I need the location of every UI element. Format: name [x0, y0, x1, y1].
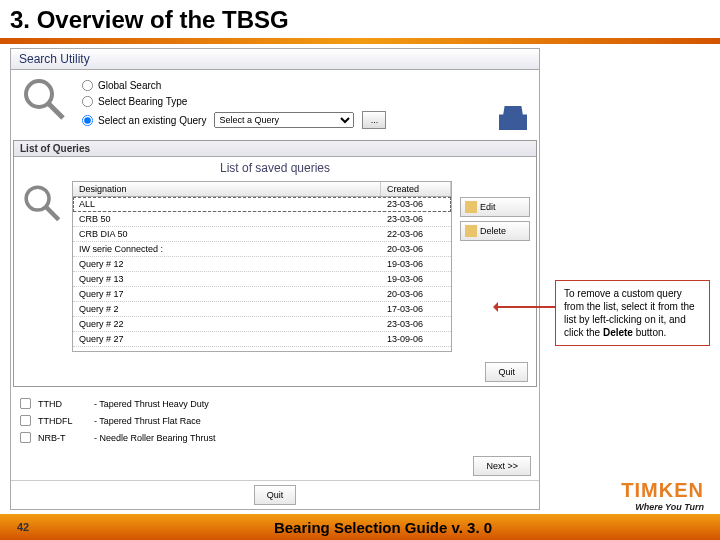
callout-arrow: [494, 306, 556, 308]
queries-caption: List of saved queries: [14, 157, 536, 179]
queries-table: Designation Created ALL23-03-06 CRB 5023…: [72, 181, 452, 352]
svg-line-1: [49, 104, 63, 118]
type-row[interactable]: TTHDFL- Tapered Thrust Flat Race: [19, 414, 531, 427]
table-row[interactable]: Query # 217-03-06: [73, 302, 451, 317]
radio-existing-query[interactable]: Select an existing Query Select a Query …: [81, 111, 533, 129]
col-created: Created: [381, 182, 451, 196]
footer-title: Bearing Selection Guide v. 3. 0: [46, 519, 720, 536]
slide-footer: TIMKEN Where You Turn 42 Bearing Selecti…: [0, 479, 720, 540]
content-area: Search Utility Global Search Select Bear…: [0, 48, 720, 510]
type-row[interactable]: TTHD- Tapered Thrust Heavy Duty: [19, 397, 531, 410]
magnifier-icon: [20, 181, 64, 225]
table-row[interactable]: Query # 1319-03-06: [73, 272, 451, 287]
edit-button[interactable]: Edit: [460, 197, 530, 217]
folder-icon: [465, 225, 477, 237]
printer-icon: [499, 106, 527, 130]
table-row[interactable]: Query # 2223-03-06: [73, 317, 451, 332]
delete-button[interactable]: Delete: [460, 221, 530, 241]
col-designation: Designation: [73, 182, 381, 196]
table-body: ALL23-03-06 CRB 5023-03-06 CRB DIA 5022-…: [73, 197, 451, 351]
slide-title: 3. Overview of the TBSG: [10, 6, 710, 34]
brand-name: TIMKEN: [16, 479, 704, 502]
callout-box: To remove a custom query from the list, …: [555, 280, 710, 346]
query-dropdown[interactable]: Select a Query: [214, 112, 354, 128]
table-row[interactable]: Query # 2713-09-06: [73, 332, 451, 347]
header-divider: [0, 38, 720, 44]
radio-global-search[interactable]: Global Search: [81, 79, 533, 92]
search-options: Global Search Select Bearing Type Select…: [11, 70, 539, 138]
table-row[interactable]: CRB DIA 5022-03-06: [73, 227, 451, 242]
table-header: Designation Created: [73, 182, 451, 197]
slide-header: 3. Overview of the TBSG: [0, 0, 720, 36]
queries-panel: List of Queries List of saved queries De…: [13, 140, 537, 387]
magnifier-icon: [19, 74, 69, 124]
table-row[interactable]: CRB 5023-03-06: [73, 212, 451, 227]
table-row[interactable]: ALL23-03-06: [73, 197, 451, 212]
folder-icon: [465, 201, 477, 213]
panel-title: Search Utility: [11, 49, 539, 70]
brand-tagline: Where You Turn: [16, 502, 704, 512]
svg-point-0: [26, 81, 52, 107]
bearing-type-list: TTHD- Tapered Thrust Heavy Duty TTHDFL- …: [11, 389, 539, 452]
table-row[interactable]: IW serie Connected :20-03-06: [73, 242, 451, 257]
brand-block: TIMKEN Where You Turn: [0, 479, 720, 514]
query-browse-button[interactable]: ...: [362, 111, 386, 129]
side-buttons: Edit Delete: [460, 181, 530, 352]
table-row[interactable]: Query # 1720-03-06: [73, 287, 451, 302]
table-row[interactable]: Query # 2823-10-06: [73, 347, 451, 351]
page-number: 42: [0, 521, 46, 533]
radio-select-bearing-type[interactable]: Select Bearing Type: [81, 95, 533, 108]
search-utility-panel: Search Utility Global Search Select Bear…: [10, 48, 540, 510]
type-row[interactable]: NRB-T- Needle Roller Bearing Thrust: [19, 431, 531, 444]
svg-point-2: [26, 187, 49, 210]
quit-inner-button[interactable]: Quit: [485, 362, 528, 382]
table-row[interactable]: Query # 1219-03-06: [73, 257, 451, 272]
footer-bar: 42 Bearing Selection Guide v. 3. 0: [0, 514, 720, 540]
next-button[interactable]: Next >>: [473, 456, 531, 476]
queries-panel-title: List of Queries: [14, 141, 536, 157]
svg-line-3: [46, 207, 58, 219]
